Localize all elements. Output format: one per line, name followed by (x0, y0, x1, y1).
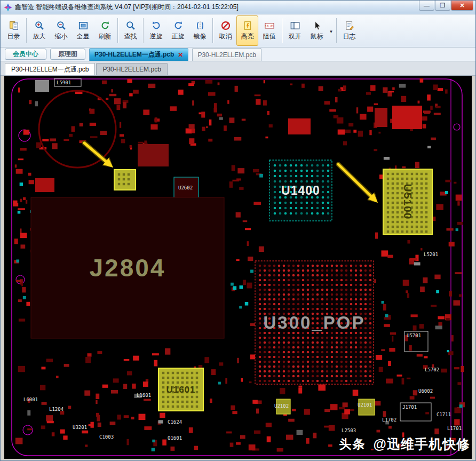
tab-onetouch-pcb[interactable]: P30-HL2ELLEM一点通.pcb✕ (89, 48, 188, 61)
primary-tab-bar: 会员中心原理图P30-HL2ELLEM一点通.pcb✕P30-HL2ELLEM.… (1, 47, 475, 61)
schematic-button[interactable]: 原理图 (50, 49, 85, 60)
svg-text:U2602: U2602 (178, 185, 193, 190)
highlight-icon (243, 21, 252, 30)
tab-label: P30-HL2ELLEM.pcb (197, 51, 256, 59)
cancel-icon (221, 21, 231, 30)
svg-text:L1701: L1701 (447, 426, 462, 431)
svg-text:U2102: U2102 (274, 403, 289, 409)
svg-text:U2101: U2101 (358, 402, 372, 408)
app-icon (4, 3, 12, 12)
toolbar-button-zoom-out[interactable]: 缩小 (50, 15, 72, 46)
svg-text:C1711: C1711 (437, 412, 451, 417)
svg-text:Q1601: Q1601 (168, 435, 182, 441)
pcb-canvas-area: J2804U1400U300_POPU5100U1601L5901U2602L5… (1, 76, 475, 460)
window-controls: — ❒ ✕ (419, 1, 473, 11)
svg-text:C1003: C1003 (99, 434, 114, 440)
tab-label: P30-HL2ELLEM一点通.pcb (11, 65, 89, 74)
toolbar-button-label: 正旋 (172, 32, 185, 41)
svg-text:L2503: L2503 (342, 428, 356, 433)
svg-text:L1601: L1601 (137, 393, 151, 398)
toolbar-button-rotate-ccw[interactable]: 逆旋 (145, 15, 167, 46)
toolbar-separator (336, 18, 337, 43)
toolbar-button-cancel[interactable]: 取消 (215, 15, 236, 46)
toolbar-button-label: 高亮 (241, 32, 254, 41)
refresh-icon (100, 21, 110, 30)
window-title: 鑫智造 智能终端设备维修查询系统 V4.07 [VIP到期时间：2041-02-… (15, 3, 419, 12)
tab-label: P30-HL2ELLEM.pcb (102, 66, 161, 73)
close-button[interactable]: ✕ (451, 1, 473, 11)
toolbar-button-fit-screen[interactable]: 全显 (72, 15, 94, 46)
svg-text:U1400: U1400 (281, 184, 320, 197)
svg-text:L5702: L5702 (425, 367, 439, 372)
svg-text:U1601: U1601 (166, 385, 195, 395)
doc-tab-onetouch-pcb[interactable]: P30-HL2ELLEM一点通.pcb (5, 63, 95, 75)
toolbar-button-highlight[interactable]: 高亮 (236, 15, 258, 46)
toolbar: 目录放大缩小全显刷新查找逆旋正旋镜像取消高亮10.01阻值双开鼠标▼日志 (1, 14, 475, 47)
toolbar-separator (26, 18, 27, 43)
toolbar-button-rotate-cw[interactable]: 正旋 (167, 15, 189, 46)
toolbar-separator (212, 18, 213, 43)
svg-text:U6002: U6002 (418, 388, 433, 394)
svg-text:U3201: U3201 (73, 425, 87, 430)
toolbar-button-label: 阻值 (263, 32, 276, 41)
svg-text:C1624: C1624 (168, 419, 182, 425)
svg-text:U300_POP: U300_POP (264, 313, 366, 332)
svg-text:L5201: L5201 (424, 252, 438, 257)
toolbar-separator (117, 18, 118, 43)
svg-text:U5701: U5701 (407, 333, 421, 338)
toolbar-button-label: 镜像 (194, 32, 207, 41)
pcb-view[interactable]: J2804U1400U300_POPU5100U1601L5901U2602L5… (4, 76, 472, 459)
rotate-ccw-icon (152, 21, 161, 30)
toolbar-button-label: 刷新 (99, 32, 112, 41)
log-icon (345, 21, 354, 30)
tab-close-icon[interactable]: ✕ (178, 52, 183, 58)
zoom-in-icon (35, 21, 44, 30)
toolbar-button-catalog[interactable]: 目录 (3, 15, 25, 46)
svg-text:L1204: L1204 (49, 407, 64, 412)
toolbar-button-mouse[interactable]: 鼠标 (306, 15, 328, 46)
toolbar-group: 目录 (3, 15, 25, 46)
toolbar-button-label: 日志 (343, 32, 356, 41)
member-center-button[interactable]: 会员中心 (5, 49, 46, 60)
toolbar-separator (282, 18, 282, 43)
maximize-button[interactable]: ❒ (435, 1, 450, 11)
svg-text:J2804: J2804 (90, 254, 166, 282)
toolbar-button-label: 鼠标 (311, 32, 323, 41)
titlebar[interactable]: 鑫智造 智能终端设备维修查询系统 V4.07 [VIP到期时间：2041-02-… (1, 1, 475, 14)
toolbar-group: 逆旋正旋镜像 (145, 15, 211, 46)
toolbar-button-search[interactable]: 查找 (120, 15, 141, 46)
svg-text:U5100: U5100 (402, 184, 414, 220)
pcb-canvas: J2804U1400U300_POPU5100U1601L5901U2602L5… (4, 76, 472, 459)
toolbar-button-refresh[interactable]: 刷新 (94, 15, 116, 46)
toolbar-group: 双开鼠标▼ (284, 15, 335, 46)
toolbar-button-dual-window[interactable]: 双开 (284, 15, 306, 46)
toolbar-separator (143, 18, 144, 43)
mouse-dropdown-arrow[interactable]: ▼ (328, 25, 335, 38)
zoom-out-icon (57, 21, 66, 30)
toolbar-button-label: 逆旋 (150, 32, 163, 41)
toolbar-group: 查找 (120, 15, 141, 46)
minimize-button[interactable]: — (419, 1, 434, 11)
svg-text:L1702: L1702 (382, 417, 396, 423)
toolbar-group: 取消高亮10.01阻值 (215, 15, 280, 46)
toolbar-button-resistance[interactable]: 10.01阻值 (258, 15, 280, 46)
catalog-icon (9, 21, 19, 30)
toolbar-button-label: 目录 (7, 32, 20, 41)
search-icon (126, 21, 136, 30)
toolbar-group: 放大缩小全显刷新 (28, 15, 116, 46)
doc-tab-pcb[interactable]: P30-HL2ELLEM.pcb (96, 63, 167, 75)
rotate-cw-icon (173, 21, 183, 30)
fit-screen-icon (78, 21, 88, 30)
toolbar-button-label: 缩小 (55, 32, 68, 41)
toolbar-button-label: 查找 (124, 32, 137, 41)
svg-text:J1701: J1701 (402, 404, 417, 410)
toolbar-button-zoom-in[interactable]: 放大 (28, 15, 50, 46)
mouse-icon (312, 21, 322, 30)
toolbar-button-label: 放大 (33, 32, 46, 41)
toolbar-button-log[interactable]: 日志 (338, 15, 360, 46)
document-tab-bar: P30-HL2ELLEM一点通.pcbP30-HL2ELLEM.pcb (1, 61, 475, 76)
dual-window-icon (290, 21, 300, 30)
tab-pcb[interactable]: P30-HL2ELLEM.pcb (192, 48, 261, 61)
toolbar-button-mirror[interactable]: 镜像 (189, 15, 211, 46)
tab-label: P30-HL2ELLEM一点通.pcb (94, 50, 174, 59)
